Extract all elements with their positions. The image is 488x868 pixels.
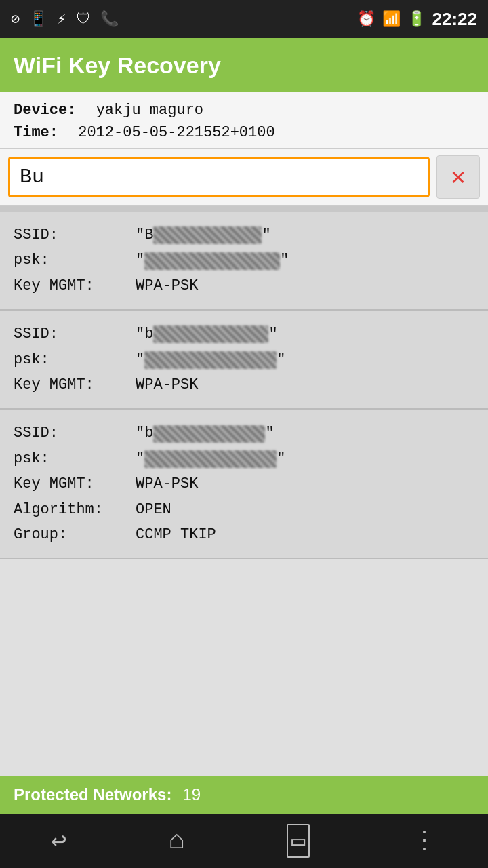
search-bar: ✕	[0, 149, 488, 206]
ssid-value-1: "B"	[136, 222, 271, 248]
ssid-label-2: SSID:	[14, 321, 136, 347]
battery-icon: 🔋	[407, 10, 426, 28]
keymgmt-label-1: Key MGMT:	[14, 273, 136, 298]
home-button[interactable]: ⌂	[168, 826, 184, 856]
ssid-row-1: SSID: "B"	[14, 222, 474, 248]
ssid-row-2: SSID: "b"	[14, 321, 474, 347]
group-label-3: Group:	[14, 522, 136, 547]
clock: 22:22	[432, 9, 478, 30]
psk-row-3: psk: ""	[14, 446, 474, 471]
app-title: WiFi Key Recovery	[14, 52, 221, 79]
app-titlebar: WiFi Key Recovery	[0, 38, 488, 92]
android-icon: 📱	[29, 10, 47, 28]
algorithm-value-3: OPEN	[136, 497, 171, 522]
keymgmt-row-3: Key MGMT: WPA-PSK	[14, 471, 474, 496]
keymgmt-label-3: Key MGMT:	[14, 471, 136, 496]
search-input[interactable]	[8, 157, 430, 197]
keymgmt-value-3: WPA-PSK	[136, 471, 198, 496]
clear-button[interactable]: ✕	[436, 155, 480, 199]
ssid-value-2: "b"	[136, 321, 278, 347]
ssid-label-3: SSID:	[14, 420, 136, 446]
group-value-3: CCMP TKIP	[136, 522, 216, 547]
algorithm-row-3: Algorithm: OPEN	[14, 497, 474, 522]
psk-label-1: psk:	[14, 248, 136, 273]
psk-row-1: psk: ""	[14, 248, 474, 273]
keymgmt-label-2: Key MGMT:	[14, 372, 136, 397]
group-row-3: Group: CCMP TKIP	[14, 522, 474, 547]
device-info-time-row: Time: 2012-05-05-221552+0100	[14, 121, 474, 144]
device-value: yakju maguro	[96, 102, 203, 119]
psk-row-2: psk: ""	[14, 347, 474, 372]
keymgmt-value-1: WPA-PSK	[136, 273, 198, 298]
wifi-icon: 📶	[382, 10, 401, 28]
alarm-icon: ⏰	[357, 10, 375, 28]
psk-label-2: psk:	[14, 347, 136, 372]
status-icons-left: ⊘ 📱 ⚡ 🛡 📞	[11, 10, 119, 28]
protected-networks-count: 19	[182, 785, 201, 804]
shield-icon: 🛡	[76, 10, 91, 28]
device-label: Device:	[14, 102, 76, 119]
back-button[interactable]: ↩	[51, 825, 66, 856]
usb-icon: ⚡	[57, 10, 66, 28]
keymgmt-value-2: WPA-PSK	[136, 372, 198, 397]
nav-bar: ↩ ⌂ ▭ ⋮	[0, 814, 488, 868]
time-label: Time:	[14, 124, 58, 141]
wifi-card-2[interactable]: SSID: "b" psk: "" Key MGMT: WPA-PSK	[0, 311, 488, 410]
psk-value-3: ""	[136, 446, 285, 471]
wifi-card-3[interactable]: SSID: "b" psk: "" Key MGMT: WPA-PSK Algo…	[0, 410, 488, 559]
status-bar: ⊘ 📱 ⚡ 🛡 📞 ⏰ 📶 🔋 22:22	[0, 0, 488, 38]
protected-networks-label: Protected Networks:	[14, 785, 171, 804]
close-icon: ✕	[451, 162, 466, 192]
ssid-row-3: SSID: "b"	[14, 420, 474, 446]
psk-value-1: ""	[136, 248, 289, 273]
time-value: 2012-05-05-221552+0100	[78, 124, 274, 141]
recents-button[interactable]: ▭	[287, 824, 310, 858]
keymgmt-row-1: Key MGMT: WPA-PSK	[14, 273, 474, 298]
status-icons-right: ⏰ 📶 🔋 22:22	[357, 9, 478, 30]
device-info-device-row: Device: yakju maguro	[14, 99, 474, 121]
psk-label-3: psk:	[14, 446, 136, 471]
wifi-card-1[interactable]: SSID: "B" psk: "" Key MGMT: WPA-PSK	[0, 212, 488, 311]
algorithm-label-3: Algorithm:	[14, 497, 136, 522]
voicemail-icon: 📞	[100, 10, 119, 28]
ssid-label-1: SSID:	[14, 222, 136, 248]
device-info-panel: Device: yakju maguro Time: 2012-05-05-22…	[0, 92, 488, 149]
bottom-status-bar: Protected Networks: 19	[0, 776, 488, 814]
wifi-list: SSID: "B" psk: "" Key MGMT: WPA-PSK SSID…	[0, 212, 488, 559]
ssid-value-3: "b"	[136, 420, 274, 446]
keymgmt-row-2: Key MGMT: WPA-PSK	[14, 372, 474, 397]
psk-value-2: ""	[136, 347, 285, 372]
more-options-button[interactable]: ⋮	[412, 826, 437, 856]
no-signal-icon: ⊘	[11, 10, 20, 28]
divider	[0, 206, 488, 212]
